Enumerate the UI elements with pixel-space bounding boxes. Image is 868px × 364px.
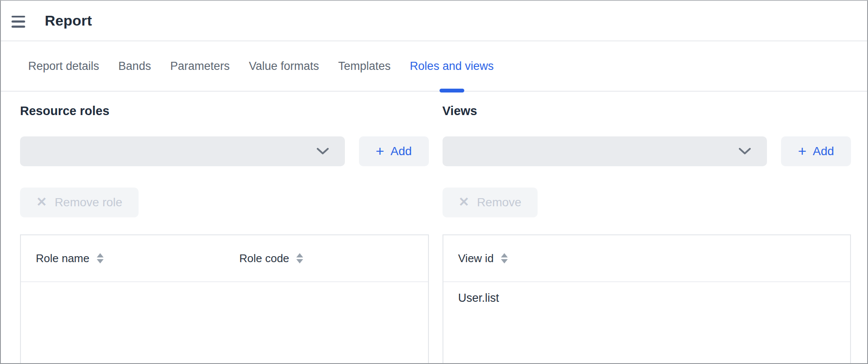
view-picker-row: + Add <box>443 136 851 166</box>
close-icon: ✕ <box>459 196 469 208</box>
report-editor-window: Report Report details Bands Parameters V… <box>0 0 868 364</box>
column-header-role-name[interactable]: Role name <box>21 252 224 265</box>
resource-roles-title: Resource roles <box>20 103 429 118</box>
views-section: Views + Add ✕ Remove <box>443 103 851 364</box>
close-icon: ✕ <box>36 196 47 208</box>
role-combobox-input[interactable] <box>20 136 345 166</box>
column-header-view-id[interactable]: View id <box>443 252 851 265</box>
tab-roles-and-views[interactable]: Roles and views <box>410 41 494 91</box>
view-combobox-input[interactable] <box>443 136 767 166</box>
view-combobox[interactable] <box>443 136 767 166</box>
roles-and-views-panel: Resource roles + Add ✕ Remove role <box>1 92 867 364</box>
sort-icon[interactable] <box>97 253 104 263</box>
plus-icon: + <box>798 144 807 158</box>
menu-icon[interactable] <box>12 16 25 28</box>
tab-value-formats[interactable]: Value formats <box>249 41 319 91</box>
view-remove-row: ✕ Remove <box>443 188 851 217</box>
tab-report-details[interactable]: Report details <box>28 41 99 91</box>
roles-table: Role name Role code <box>20 234 429 364</box>
remove-view-button[interactable]: ✕ Remove <box>443 188 538 217</box>
page-title: Report <box>45 12 92 29</box>
add-view-button[interactable]: + Add <box>781 136 851 166</box>
views-title: Views <box>443 103 851 118</box>
remove-role-button[interactable]: ✕ Remove role <box>20 188 139 217</box>
resource-roles-section: Resource roles + Add ✕ Remove role <box>20 103 429 364</box>
column-header-role-code[interactable]: Role code <box>224 252 428 265</box>
roles-table-header: Role name Role code <box>21 235 428 282</box>
role-remove-row: ✕ Remove role <box>20 188 429 217</box>
plus-icon: + <box>376 144 384 158</box>
tab-bands[interactable]: Bands <box>119 41 151 91</box>
sort-icon[interactable] <box>501 253 508 263</box>
tab-bar: Report details Bands Parameters Value fo… <box>1 41 867 92</box>
views-table: View id User.list <box>443 234 851 364</box>
app-bar: Report <box>1 1 867 41</box>
table-row[interactable]: User.list <box>443 282 851 314</box>
views-table-body: User.list <box>443 282 851 314</box>
tab-parameters[interactable]: Parameters <box>170 41 230 91</box>
add-role-button[interactable]: + Add <box>359 136 429 166</box>
role-combobox[interactable] <box>20 136 345 166</box>
tab-templates[interactable]: Templates <box>338 41 391 91</box>
sort-icon[interactable] <box>296 253 303 263</box>
views-table-header: View id <box>443 235 851 282</box>
role-picker-row: + Add <box>20 136 429 166</box>
